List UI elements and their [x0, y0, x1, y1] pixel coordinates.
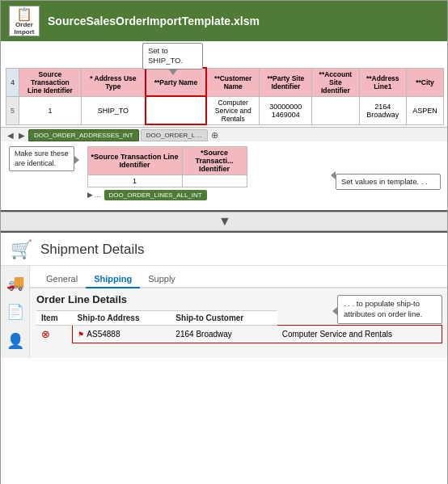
tab-nav-left[interactable]: ◀	[6, 131, 15, 140]
tab-shipping[interactable]: Shipping	[86, 271, 140, 288]
cart-icon: 🛒	[11, 239, 32, 260]
sub-cell-1: 1	[87, 175, 182, 187]
excel-section: 📋 Order Import SourceSalesOrderImportTem…	[1, 1, 448, 212]
col-account-site: **AccountSiteIdentifier	[312, 68, 359, 96]
cell-party-site: 300000001469004	[260, 96, 312, 124]
col-customer-name: **CustomerName	[206, 68, 260, 96]
excel-title: SourceSalesOrderImportTemplate.xlsm	[48, 15, 260, 27]
excel-header: 📋 Order Import SourceSalesOrderImportTem…	[1, 1, 448, 41]
sub-spreadsheet-table: *Source Transaction LineIdentifier *Sour…	[87, 146, 247, 187]
sub-table-container: *Source Transaction LineIdentifier *Sour…	[87, 146, 247, 200]
col-party-site: **Party SiteIdentifier	[260, 68, 312, 96]
col-source-tx-line: SourceTransactionLine Identifier	[19, 68, 82, 96]
sub-col-source-tx2: *Source Transacti...Identifier	[182, 147, 247, 175]
callout-set-values: Set values in template. . .	[336, 174, 441, 190]
col-city: **City	[406, 68, 443, 96]
col-address-use: * Address UseType	[81, 68, 145, 96]
order-row-error: ⊗	[36, 326, 73, 343]
excel-tabs: ◀ ▶ DOO_ORDER_ADDRESSES_INT DOO_ORDER_L …	[1, 127, 448, 141]
callout-ship-to: Set to SHIP_TO.	[142, 43, 203, 69]
down-arrow-icon: ▼	[218, 214, 231, 228]
sub-table-tab[interactable]: DOO_ORDER_LINES_ALL_INT	[104, 190, 207, 200]
tab-add-button[interactable]: ⊕	[211, 130, 218, 141]
document-icon[interactable]: 📄	[6, 303, 24, 321]
cell-city: ASPEN	[406, 96, 443, 124]
excel-tab-addresses[interactable]: DOO_ORDER_ADDRESSES_INT	[28, 129, 139, 141]
cell-source-tx: 1	[19, 96, 82, 124]
excel-table-area: 4 SourceTransactionLine Identifier * Add…	[1, 64, 448, 125]
row-num-header: 4	[6, 68, 19, 96]
order-import-icon: 📋 Order Import	[9, 6, 40, 36]
person-icon[interactable]: 👤	[6, 332, 24, 350]
sub-col-source-tx: *Source Transaction LineIdentifier	[87, 147, 182, 175]
tab-supply[interactable]: Supply	[140, 271, 184, 288]
order-line-section: Order Line Details . . . to populate shi…	[30, 288, 448, 350]
order-import-symbol: 📋	[16, 6, 32, 22]
tab-general[interactable]: General	[38, 271, 86, 288]
col-header-ship-customer: Ship-to Customer	[171, 311, 277, 326]
tab-bar: General Shipping Supply	[30, 266, 448, 288]
excel-tab-order[interactable]: DOO_ORDER_L ...	[141, 129, 208, 141]
row-num-5: 5	[6, 96, 19, 124]
callout-identical: Make sure these are identical.	[9, 146, 74, 171]
order-row-customer: Computer Service and Rentals	[277, 326, 442, 343]
order-row: ⊗ ⚑ AS54888 2164 Broadway	[36, 326, 442, 343]
panel-header: 🛒 Shipment Details	[1, 233, 448, 266]
flag-icon: ⚑	[78, 330, 84, 339]
excel-spreadsheet-table: 4 SourceTransactionLine Identifier * Add…	[6, 67, 444, 125]
order-row-item: ⚑ AS54888	[73, 326, 171, 343]
col-header-item: Item	[36, 311, 73, 326]
tab-nav-right[interactable]: ▶	[17, 131, 27, 140]
section-arrow: ▼	[1, 212, 448, 231]
cell-customer-name: ComputerService andRentals	[206, 96, 260, 124]
cell-address-use: SHIP_TO	[81, 96, 145, 124]
sub-tab-nav[interactable]: ▶ ...	[87, 191, 101, 199]
cell-party-name	[146, 96, 206, 124]
sidebar-icons: 🚚 📄 👤	[1, 266, 30, 358]
col-address-line1: **AddressLine1	[359, 68, 406, 96]
callout-populate: . . . to populate ship-to attributes on …	[337, 295, 442, 324]
panel-body: 🚚 📄 👤 General Shipping Supply	[1, 266, 448, 358]
panel-title: Shipment Details	[40, 242, 145, 258]
ui-section: 🛒 Shipment Details 🚚 📄 👤 General Ship	[1, 231, 448, 358]
cell-address-line1: 2164Broadway	[359, 96, 406, 124]
panel-content: General Shipping Supply Order Line Detai…	[30, 266, 448, 358]
order-row-address: 2164 Broadway	[171, 326, 277, 343]
item-value: AS54888	[87, 330, 120, 339]
order-import-label: Order Import	[10, 22, 39, 36]
sub-cell-2	[182, 175, 247, 187]
cell-account-site	[312, 96, 359, 124]
truck-icon[interactable]: 🚚	[6, 274, 24, 292]
error-circle-icon: ⊗	[41, 328, 50, 340]
col-header-ship-address: Ship-to Address	[73, 311, 171, 326]
